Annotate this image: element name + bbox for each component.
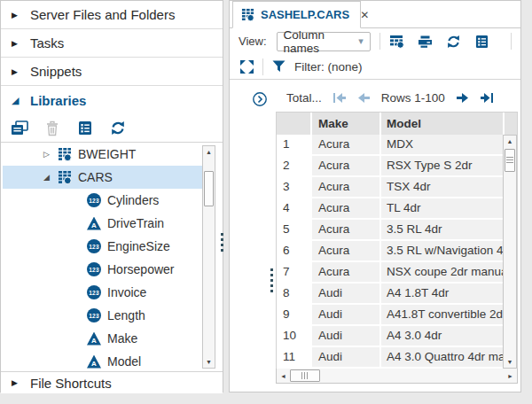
expanded-triangle-icon: ◢ xyxy=(12,95,20,106)
cell-make: Acura xyxy=(312,156,381,177)
print-icon[interactable] xyxy=(418,33,434,50)
libraries-tree: ▷ BWEIGHT ◢ CARS 123 Cylinders A DriveTr… xyxy=(1,142,223,372)
character-column-icon: A xyxy=(87,217,101,230)
tree-item-cylinders[interactable]: 123 Cylinders xyxy=(3,189,203,212)
tree-item-horsepower[interactable]: 123 Horsepower xyxy=(3,258,203,281)
table-row[interactable]: 4 Acura TL 4dr xyxy=(277,198,517,220)
chevron-down-icon: ▾ xyxy=(358,35,364,47)
table-row[interactable]: 8 Audi A4 1.8T 4dr xyxy=(277,284,517,305)
section-server-files[interactable]: ▶ Server Files and Folders xyxy=(1,1,223,29)
table-row[interactable]: 6 Acura 3.5 RL w/Navigation 4dr xyxy=(277,241,517,262)
scroll-down-icon[interactable]: ▼ xyxy=(203,356,215,368)
separator xyxy=(379,33,380,50)
table-viewer: Total... Rows 1-100 xyxy=(230,80,520,392)
refresh-icon[interactable] xyxy=(445,33,461,50)
first-page-icon[interactable] xyxy=(333,93,346,103)
tree-item-label: BWEIGHT xyxy=(78,147,136,161)
scroll-up-icon[interactable]: ▲ xyxy=(504,136,516,147)
section-libraries[interactable]: ◢ Libraries xyxy=(1,86,223,114)
section-tasks[interactable]: ▶ Tasks xyxy=(1,29,223,58)
properties-icon[interactable] xyxy=(473,33,489,50)
filter-toolbar: Filter: (none) xyxy=(230,54,520,80)
table-row[interactable]: 5 Acura 3.5 RL 4dr xyxy=(277,220,517,241)
table-row[interactable]: 9 Audi A41.8T convertible 2dr xyxy=(277,305,517,326)
cell-model: A4 3.0 Quattro 4dr manual xyxy=(381,347,505,369)
tree-expander-icon[interactable]: ◢ xyxy=(43,173,58,182)
work-area: SASHELP.CARS ✕ View: Column names ▾ xyxy=(229,0,521,392)
character-column-icon: A xyxy=(87,332,101,346)
tree-scrollbar-thumb[interactable] xyxy=(204,171,214,206)
cell-model: RSX Type S 2dr xyxy=(381,156,505,177)
table-vscroll-thumb[interactable] xyxy=(505,149,515,172)
panel-splitter-handle[interactable] xyxy=(221,233,223,252)
cell-row-number: 1 xyxy=(277,135,312,156)
section-snippets[interactable]: ▶ Snippets xyxy=(1,58,223,86)
header-row-number xyxy=(277,113,312,135)
header-model[interactable]: Model xyxy=(381,113,505,135)
numeric-column-icon: 123 xyxy=(87,239,101,253)
cell-make: Audi xyxy=(312,284,381,305)
columns-pane-splitter-handle[interactable] xyxy=(270,268,273,292)
tree-item-bweight[interactable]: ▷ BWEIGHT xyxy=(3,143,203,166)
table-vertical-scrollbar[interactable]: ▲ ▼ xyxy=(503,135,517,369)
cell-make: Acura xyxy=(312,241,381,262)
dataset-icon xyxy=(58,147,72,161)
cell-row-number: 11 xyxy=(277,347,312,369)
cell-row-number: 4 xyxy=(277,198,312,220)
table-row[interactable]: 11 Audi A4 3.0 Quattro 4dr manual xyxy=(277,347,517,369)
cell-model: MDX xyxy=(381,135,505,156)
close-icon[interactable]: ✕ xyxy=(360,9,369,21)
tab-title: SASHELP.CARS xyxy=(261,8,349,21)
table-row[interactable]: 7 Acura NSX coupe 2dr manual xyxy=(277,262,517,284)
table-hscroll-thumb[interactable] xyxy=(290,369,320,382)
previous-page-icon[interactable] xyxy=(357,93,370,103)
cell-make: Audi xyxy=(312,326,381,347)
libraries-toolbar xyxy=(1,114,223,142)
tree-scrollbar[interactable]: ▲ ▼ xyxy=(202,145,215,369)
collapsed-triangle-icon: ▶ xyxy=(12,39,20,48)
header-make[interactable]: Make xyxy=(312,113,381,135)
table-row[interactable]: 1 Acura MDX xyxy=(277,135,517,156)
expand-columns-pane-icon[interactable] xyxy=(252,91,268,107)
scroll-right-icon[interactable]: ► xyxy=(504,369,517,383)
open-table-icon[interactable] xyxy=(389,33,405,50)
tree-item-label: CARS xyxy=(78,170,113,184)
table-horizontal-scrollbar[interactable]: ◄ ► xyxy=(276,369,518,384)
tree-item-label: Make xyxy=(107,331,137,346)
maximize-icon[interactable] xyxy=(240,60,254,74)
table-row[interactable]: 2 Acura RSX Type S 2dr xyxy=(277,156,517,177)
dataset-icon xyxy=(58,170,72,184)
scroll-up-icon[interactable]: ▲ xyxy=(203,146,215,158)
pagination-bar: Total... Rows 1-100 xyxy=(276,83,518,112)
tree-item-drivetrain[interactable]: A DriveTrain xyxy=(3,212,203,235)
tree-item-invoice[interactable]: 123 Invoice xyxy=(3,281,203,304)
separator xyxy=(262,58,263,75)
refresh-icon[interactable] xyxy=(109,120,127,136)
cell-model: TSX 4dr xyxy=(381,177,505,198)
table-row[interactable]: 10 Audi A4 3.0 4dr xyxy=(277,326,517,347)
tree-item-label: Horsepower xyxy=(107,262,174,276)
table-body: 1 Acura MDX 2 Acura RSX Type S 2dr 3 Acu… xyxy=(277,135,517,369)
cell-model: 3.5 RL 4dr xyxy=(381,220,505,241)
tab-sashelp-cars[interactable]: SASHELP.CARS ✕ xyxy=(232,1,361,28)
scroll-left-icon[interactable]: ◄ xyxy=(277,369,290,383)
cell-row-number: 2 xyxy=(277,156,312,177)
delete-icon[interactable] xyxy=(43,120,61,136)
table-row[interactable]: 3 Acura TSX 4dr xyxy=(277,177,517,198)
tree-item-enginesize[interactable]: 123 EngineSize xyxy=(3,235,203,258)
view-select[interactable]: Column names ▾ xyxy=(277,32,371,51)
filter-funnel-icon[interactable] xyxy=(272,60,286,73)
scroll-down-icon[interactable]: ▼ xyxy=(504,356,516,368)
tree-item-cars[interactable]: ◢ CARS xyxy=(3,166,203,189)
tree-expander-icon[interactable]: ▷ xyxy=(43,150,58,159)
section-file-shortcuts[interactable]: ▶ File Shortcuts xyxy=(1,372,223,393)
properties-icon[interactable] xyxy=(76,120,94,136)
tree-item-make[interactable]: A Make xyxy=(3,327,203,350)
tree-item-length[interactable]: 123 Length xyxy=(3,304,203,327)
cell-model: A4 1.8T 4dr xyxy=(381,284,505,305)
next-page-icon[interactable] xyxy=(457,93,469,103)
cell-model: TL 4dr xyxy=(381,198,505,220)
tree-item-model[interactable]: A Model xyxy=(3,350,203,372)
new-library-icon[interactable] xyxy=(11,120,28,136)
last-page-icon[interactable] xyxy=(481,93,493,103)
